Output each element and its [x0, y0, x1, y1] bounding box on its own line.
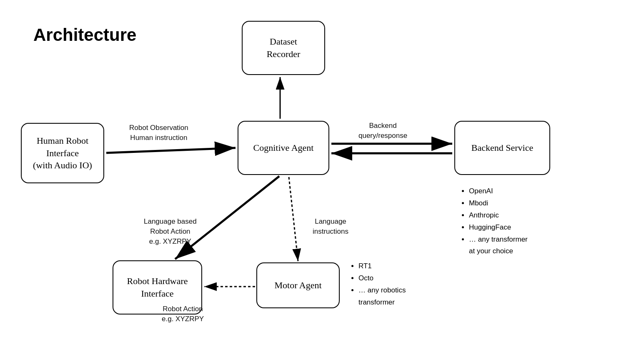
robot-action-label: Robot Actione.g. XYZRPY — [162, 304, 204, 324]
motor-list-item: RT1 — [358, 260, 406, 272]
svg-line-8 — [289, 177, 298, 261]
backend-list-item: HuggingFace — [469, 222, 528, 234]
dataset-recorder-label: DatasetRecorder — [267, 35, 301, 60]
motor-agent-list: RT1 Octo … any roboticstransformer — [350, 260, 406, 309]
backend-list-item: … any transformerat your choice — [469, 234, 528, 258]
backend-list-item: Anthropic — [469, 210, 528, 222]
backend-service-list: OpenAI Mbodi Anthropic HuggingFace … any… — [461, 185, 528, 257]
human-robot-interface-box: Human RobotInterface(with Audio IO) — [21, 123, 104, 183]
backend-list-item: Mbodi — [469, 197, 528, 210]
page-title: Architecture — [33, 25, 136, 45]
robot-observation-label: Robot ObservationHuman instruction — [129, 123, 188, 143]
motor-agent-label: Motor Agent — [274, 279, 321, 292]
diagram-container: Architecture DatasetRecorder Cognitive A… — [0, 0, 644, 362]
robot-hardware-label: Robot HardwareInterface — [127, 275, 188, 300]
backend-list-item: OpenAI — [469, 185, 528, 197]
svg-line-4 — [106, 148, 236, 153]
backend-query-label: Backendquery/response — [358, 121, 407, 141]
motor-list-item: Octo — [358, 272, 406, 285]
backend-service-box: Backend Service — [454, 121, 550, 175]
cognitive-agent-box: Cognitive Agent — [238, 121, 329, 175]
language-based-label: Language basedRobot Actione.g. XYZRPY — [144, 217, 197, 246]
motor-list-item: … any roboticstransformer — [358, 285, 406, 309]
dataset-recorder-box: DatasetRecorder — [242, 21, 325, 75]
motor-agent-box: Motor Agent — [256, 262, 340, 308]
backend-service-label: Backend Service — [471, 142, 533, 154]
language-instructions-label: Languageinstructions — [313, 217, 348, 237]
human-robot-interface-label: Human RobotInterface(with Audio IO) — [33, 135, 92, 172]
cognitive-agent-label: Cognitive Agent — [253, 142, 314, 154]
